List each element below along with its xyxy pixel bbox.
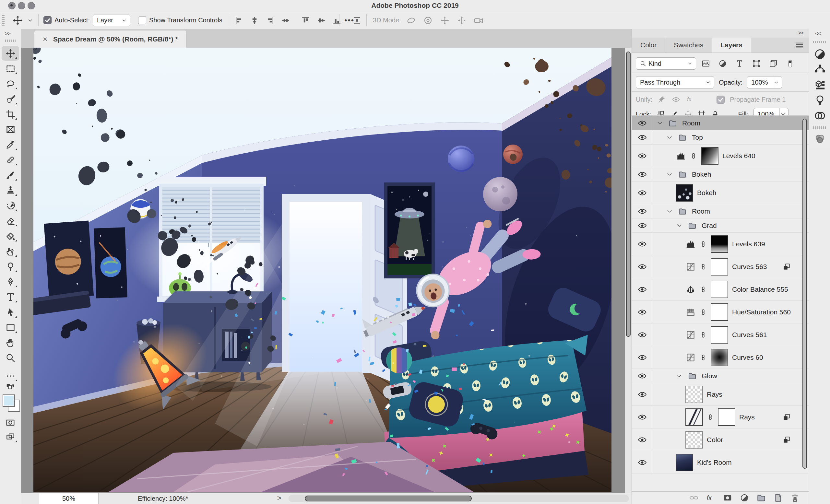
layer-mask-thumbnail[interactable]	[711, 281, 728, 298]
layer-filter-kind-dropdown[interactable]: Kind	[636, 57, 696, 70]
filter-pixel-layers-icon[interactable]	[701, 59, 710, 68]
title-bar[interactable]: Adobe Photoshop CC 2019	[0, 0, 830, 11]
layer-visibility-toggle[interactable]	[632, 383, 653, 405]
quick-selection-tool[interactable]	[2, 92, 19, 106]
new-layer-icon[interactable]	[773, 493, 783, 503]
3d-camera-icon[interactable]	[473, 11, 484, 29]
efficiency-indicator[interactable]: Efficiency: 100%*	[138, 493, 188, 504]
channels-panel-icon[interactable]	[814, 133, 826, 145]
layer-mask-thumbnail[interactable]	[718, 408, 735, 426]
opacity-field[interactable]: 100%	[747, 76, 782, 89]
layer-mask-thumbnail[interactable]	[701, 147, 719, 165]
layer-visibility-toggle[interactable]	[632, 406, 653, 428]
strip-grip[interactable]	[813, 41, 826, 43]
layer-row[interactable]: Color	[632, 429, 809, 451]
type-tool[interactable]	[2, 290, 19, 304]
new-group-icon[interactable]	[757, 493, 766, 503]
pen-tool[interactable]	[2, 274, 19, 289]
tool-preset-chevron-icon[interactable]	[27, 11, 34, 29]
layer-mask-thumbnail[interactable]	[711, 235, 728, 253]
layer-row[interactable]: Rays	[632, 406, 809, 429]
layer-thumbnail[interactable]	[685, 431, 703, 448]
3d-roll-icon[interactable]	[423, 11, 433, 29]
layer-thumbnail[interactable]	[676, 454, 693, 471]
layer-row[interactable]: Color Balance 555	[632, 278, 809, 301]
lasso-tool[interactable]	[2, 76, 19, 91]
adjustments-panel-icon[interactable]	[814, 48, 826, 60]
link-layers-icon[interactable]	[689, 493, 699, 503]
rectangular-marquee-tool[interactable]	[2, 61, 19, 76]
delete-layer-icon[interactable]	[790, 493, 800, 503]
move-tool[interactable]	[2, 46, 19, 61]
align-top-edges-icon[interactable]	[301, 11, 311, 29]
new-adjustment-layer-icon[interactable]	[739, 493, 749, 503]
layer-row[interactable]: Levels 640	[632, 144, 809, 167]
layer-visibility-toggle[interactable]	[632, 346, 653, 369]
smudge-tool[interactable]	[2, 244, 19, 259]
crop-tool[interactable]	[2, 107, 19, 122]
document-tab[interactable]: × Space Dream @ 50% (Room, RGB/8*) *	[34, 30, 187, 48]
layer-visibility-toggle[interactable]	[632, 204, 653, 218]
layer-row[interactable]: Grad	[632, 219, 809, 233]
properties-panel-icon[interactable]	[814, 63, 826, 75]
tab-color[interactable]: Color	[632, 38, 665, 53]
toolbar-grip[interactable]	[5, 39, 15, 42]
3d-panel-icon[interactable]	[814, 78, 826, 91]
distribute-horizontal-icon[interactable]	[281, 11, 290, 29]
layer-row[interactable]: Hue/Saturation 560	[632, 301, 809, 324]
layer-style-fx-icon[interactable]: fx	[706, 493, 715, 503]
layer-visibility-toggle[interactable]	[632, 324, 653, 346]
clone-stamp-tool[interactable]	[2, 183, 19, 198]
dock-collapse-button[interactable]: >>	[798, 30, 803, 36]
spot-healing-brush-tool[interactable]	[2, 153, 19, 167]
layer-visibility-toggle[interactable]	[632, 429, 653, 451]
quick-mask-button[interactable]	[2, 415, 19, 430]
3d-rotate-icon[interactable]	[406, 11, 416, 29]
add-layer-mask-icon[interactable]	[723, 493, 732, 503]
filter-shape-layers-icon[interactable]	[752, 59, 761, 68]
strip-expand-button[interactable]: <<	[815, 30, 820, 37]
propagate-frame-checkbox[interactable]	[716, 96, 725, 104]
layer-row[interactable]: Rays	[632, 383, 809, 406]
layer-mask-thumbnail[interactable]	[711, 349, 728, 366]
layer-visibility-toggle[interactable]	[632, 219, 653, 232]
layer-row[interactable]: Room	[632, 116, 809, 130]
blend-mode-dropdown[interactable]: Pass Through	[636, 76, 714, 89]
auto-select-checkbox[interactable]	[43, 11, 52, 29]
eyedropper-tool[interactable]	[2, 137, 19, 152]
align-horizontal-centers-icon[interactable]	[250, 11, 259, 29]
brush-tool[interactable]	[2, 168, 19, 182]
toolbar-collapse-button[interactable]: >>	[4, 30, 10, 37]
layer-mask-thumbnail[interactable]	[711, 326, 728, 343]
filter-toggle-icon[interactable]	[786, 59, 795, 68]
filter-adjustment-layers-icon[interactable]	[718, 59, 727, 68]
layer-thumbnail[interactable]	[685, 386, 703, 403]
layer-visibility-toggle[interactable]	[632, 256, 653, 278]
path-selection-tool[interactable]	[2, 305, 19, 320]
layer-visibility-toggle[interactable]	[632, 116, 653, 130]
layer-row[interactable]: Kid's Room	[632, 451, 809, 474]
3d-drag-icon[interactable]	[440, 11, 450, 29]
swap-colors-icon[interactable]	[2, 383, 19, 393]
canvas-horizontal-scrollbar[interactable]	[289, 495, 629, 502]
rectangle-tool[interactable]	[2, 320, 19, 335]
unify-visibility-icon[interactable]	[672, 95, 680, 104]
layer-row[interactable]: Curves 561	[632, 324, 809, 346]
show-transform-checkbox[interactable]	[138, 11, 146, 29]
align-left-edges-icon[interactable]	[234, 11, 244, 29]
options-grip[interactable]	[2, 15, 4, 26]
auto-select-dropdown[interactable]: Layer	[93, 11, 130, 29]
foreground-color-swatch[interactable]	[3, 395, 15, 407]
learn-panel-icon[interactable]	[814, 94, 826, 106]
layer-visibility-toggle[interactable]	[632, 144, 653, 167]
dodge-tool[interactable]	[2, 259, 19, 274]
close-document-icon[interactable]: ×	[43, 35, 47, 44]
more-options-button[interactable]: •••	[344, 11, 354, 29]
hand-tool[interactable]	[2, 335, 19, 350]
align-bottom-edges-icon[interactable]	[332, 11, 342, 29]
layer-row[interactable]: Bokeh	[632, 167, 809, 181]
layer-mask-thumbnail[interactable]	[711, 258, 728, 275]
filter-type-layers-icon[interactable]	[735, 59, 744, 68]
tab-layers[interactable]: Layers	[712, 38, 751, 53]
eraser-tool[interactable]	[2, 213, 19, 228]
